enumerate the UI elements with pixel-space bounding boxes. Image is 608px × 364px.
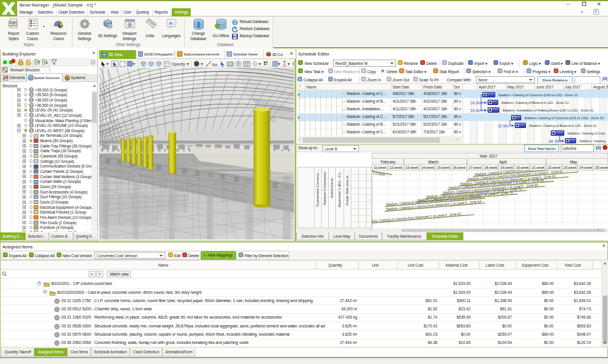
- svg-text:Opacity: Opacity: [171, 62, 185, 67]
- svg-text:▾: ▾: [187, 61, 189, 67]
- svg-text:fov: fov: [212, 63, 218, 67]
- svg-text:t: t: [172, 21, 174, 25]
- svg-text:▾: ▾: [287, 61, 290, 67]
- svg-text:1-Colum…: 1-Colum…: [372, 171, 388, 177]
- svg-text:▾: ▾: [259, 61, 261, 67]
- svg-text:▾: ▾: [278, 61, 280, 67]
- svg-text:Stadium -Casting of Columns fr: Stadium -Casting of Columns from Basemen…: [372, 212, 462, 223]
- svg-text:▾: ▾: [201, 61, 203, 67]
- svg-text:▾: ▾: [106, 61, 109, 67]
- svg-text:▾: ▾: [133, 61, 135, 67]
